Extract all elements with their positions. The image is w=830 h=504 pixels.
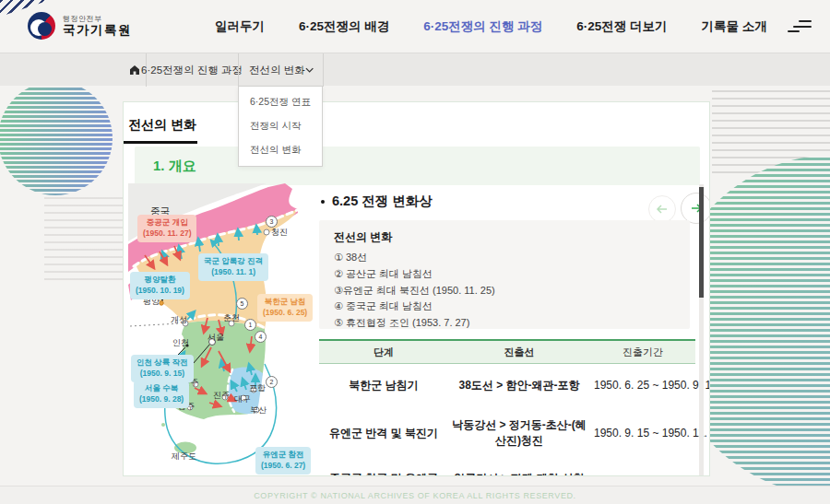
bullet-dot xyxy=(321,200,325,204)
menu-icon[interactable] xyxy=(788,20,812,32)
nav-item-progress[interactable]: 6·25전쟁의 진행 과정 xyxy=(423,18,542,35)
content-panel: 전선의 변화 1. 개요 xyxy=(123,101,710,476)
site-footer: COPYRIGHT © NATIONAL ARCHIVES OF KOREA A… xyxy=(0,486,830,504)
map-city-label: 인천 xyxy=(172,337,189,349)
table-row: 유엔군 반격 및 북진기 낙동강선 > 정거동-초산-(혜산진)청진 1950.… xyxy=(319,406,695,460)
infobox-item: ⑤ 휴전협정 조인 (1953. 7. 27) xyxy=(334,315,675,329)
section-title: 1. 개요 xyxy=(153,158,196,175)
map-marker-3: 3 xyxy=(266,216,278,228)
table-header-period: 진출기간 xyxy=(590,340,695,364)
chevron-down-icon xyxy=(305,67,314,73)
war-phase-table: 단계 진출선 진출기간 북한군 남침기 38도선 > 함안-왜관-포항 1950… xyxy=(319,339,695,476)
next-button[interactable] xyxy=(681,193,710,224)
left-lines-decoration xyxy=(44,197,126,286)
infobox-item: ③유엔군 최대 북진선 (1950. 11. 25) xyxy=(334,283,675,299)
dropdown-item-war-start[interactable]: 전쟁의 시작 xyxy=(239,114,322,138)
table-row: 중공군 침공 및 유엔군 재반격기 압록강선 > 평택-제천-삼척 > 문산-화… xyxy=(319,460,695,476)
prev-button[interactable] xyxy=(648,195,676,223)
logo-name: 국가기록원 xyxy=(63,23,132,38)
map-city-label: 춘천 xyxy=(223,312,240,324)
nav-item-more[interactable]: 6·25전쟁 더보기 xyxy=(576,18,667,35)
map-city-label: 대구 xyxy=(234,393,251,405)
copyright-text: COPYRIGHT © NATIONAL ARCHIVES OF KOREA A… xyxy=(254,491,575,500)
map-label-nk-invasion: 북한군 남침 (1950. 6. 25) xyxy=(257,294,313,322)
nav-item-background[interactable]: 6·25전쟁의 배경 xyxy=(299,18,389,35)
breadcrumb-section[interactable]: 6·25전쟁의 진행 과정 xyxy=(146,53,238,87)
map-city-label: 제주도 xyxy=(172,451,196,463)
infobox-item: ② 공산군 최대 남침선 xyxy=(334,266,675,283)
breadcrumb-dropdown-menu: 6·25전쟁 연표 전쟁의 시작 전선의 변화 xyxy=(238,86,323,167)
nav-item-records[interactable]: 기록물 소개 xyxy=(702,18,767,35)
site-header: 행정안전부 국가기록원 일러두기 6·25전쟁의 배경 6·25전쟁의 진행 과… xyxy=(0,0,830,53)
breadcrumb-page-dropdown[interactable]: 전선의 변화 xyxy=(238,53,323,87)
logo-ministry: 행정안전부 xyxy=(63,15,132,23)
infobox-title: 전선의 변화 xyxy=(334,229,675,245)
table-row: 북한군 남침기 38도선 > 함안-왜관-포항 1950. 6. 25 ~ 19… xyxy=(319,364,695,407)
map-city-label: 부산 xyxy=(250,404,267,416)
section-header: 1. 개요 xyxy=(135,147,700,185)
map-label-yalu-advance: 국군 압록강 진격 (1950. 11. 1) xyxy=(198,253,268,281)
tab-frontline-change[interactable]: 전선의 변화 xyxy=(124,111,197,144)
nav-item-guide[interactable]: 일러두기 xyxy=(215,18,265,35)
main-nav: 일러두기 6·25전쟁의 배경 6·25전쟁의 진행 과정 6·25전쟁 더보기… xyxy=(215,0,767,53)
frontline-change-infobox: 전선의 변화 ① 38선 ② 공산군 최대 남침선 ③유엔군 최대 북진선 (1… xyxy=(319,220,690,329)
map-label-china-intervention: 중공군 개입 (1950. 11. 27) xyxy=(137,215,196,242)
map-label-incheon-landing: 인천 상륙 작전 (1950. 9. 15) xyxy=(131,355,194,382)
dropdown-item-timeline[interactable]: 6·25전쟁 연표 xyxy=(239,90,322,114)
map-marker-2: 2 xyxy=(266,376,278,388)
infobox-item: ① 38선 xyxy=(334,250,675,266)
map-city-label: 포항 xyxy=(249,382,266,394)
map-label-seoul-recapture: 서울 수복 (1950. 9. 28) xyxy=(134,381,189,408)
left-striped-circle-decoration xyxy=(0,81,113,195)
breadcrumb: 6·25전쟁의 진행 과정 전선의 변화 xyxy=(0,53,830,86)
dropdown-item-frontline[interactable]: 전선의 변화 xyxy=(239,138,322,162)
map-city-label: 청진 xyxy=(271,227,288,239)
korea-war-map: 중국 청진 평양 개성 춘천 서울 인천 전주 진주 광주 대구 포항 부산 제… xyxy=(128,183,309,476)
infobox-item: ④ 중국군 최대 남침선 xyxy=(334,299,675,315)
map-marker-4: 4 xyxy=(255,331,267,343)
home-icon xyxy=(129,64,140,76)
content-heading: 6.25 전쟁 변화상 xyxy=(321,193,433,210)
panel-scrollbar xyxy=(699,184,704,476)
map-marker-5: 5 xyxy=(236,298,248,310)
map-label-un-entry: 유엔군 참전 (1950. 6. 27) xyxy=(255,447,311,475)
site-logo[interactable]: 행정안전부 국가기록원 xyxy=(28,12,132,40)
map-label-pyongyang-recapture: 평양탈환 (1950. 10. 19) xyxy=(130,272,190,299)
panel-scrollbar-thumb[interactable] xyxy=(699,187,704,298)
arrow-left-icon xyxy=(656,205,669,214)
map-city-label: 진주 xyxy=(213,390,230,402)
map-city-label: 개성 xyxy=(171,314,187,326)
breadcrumb-page-label: 전선의 변화 xyxy=(249,64,305,77)
map-city-label: 서울 xyxy=(208,332,224,344)
table-header-stage: 단계 xyxy=(319,340,448,364)
table-header-line: 진출선 xyxy=(448,340,590,364)
government-emblem-icon xyxy=(28,12,55,40)
content-heading-text: 6.25 전쟁 변화상 xyxy=(332,193,433,210)
map-marker-1: 1 xyxy=(244,319,256,331)
